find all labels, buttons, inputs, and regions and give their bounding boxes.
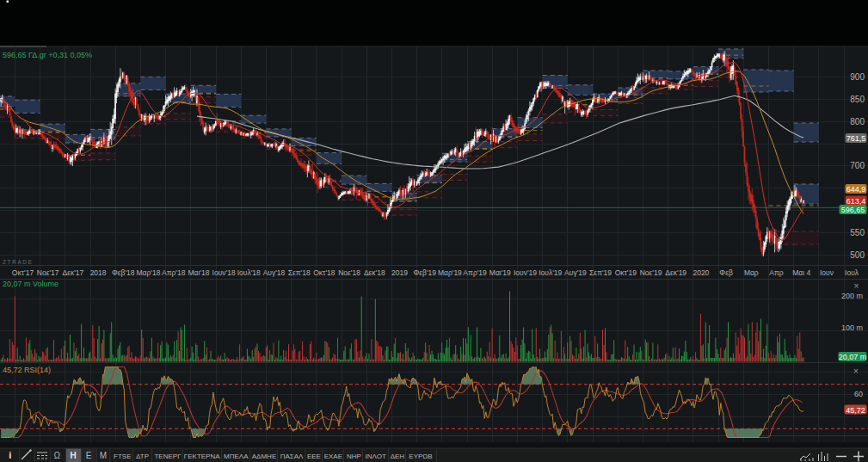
svg-text:Αυγ'18: Αυγ'18: [263, 268, 286, 277]
svg-text:ΕΕΕ: ΕΕΕ: [307, 453, 321, 460]
svg-text:Μαρ'18: Μαρ'18: [137, 268, 161, 277]
svg-text:596,65: 596,65: [841, 206, 865, 214]
svg-text:Οκτ'17: Οκτ'17: [12, 268, 34, 277]
svg-text:Μαρ'19: Μαρ'19: [438, 268, 462, 277]
svg-text:700: 700: [850, 161, 865, 170]
svg-text:45,72 RSI(14): 45,72 RSI(14): [3, 366, 51, 374]
svg-text:Μαι'19: Μαι'19: [489, 268, 511, 277]
svg-text:2019: 2019: [391, 268, 408, 277]
svg-text:200 m: 200 m: [841, 292, 863, 300]
svg-text:i: i: [9, 450, 11, 460]
svg-text:Αυγ'19: Αυγ'19: [564, 268, 587, 277]
svg-text:644,9: 644,9: [846, 185, 866, 194]
svg-text:Οκτ'19: Οκτ'19: [615, 268, 637, 277]
svg-text:Φεβ'19: Φεβ'19: [413, 268, 436, 277]
svg-text:×: ×: [854, 281, 859, 291]
svg-text:ΔΤΡ: ΔΤΡ: [136, 453, 149, 460]
svg-text:Νοε'17: Νοε'17: [37, 268, 59, 277]
svg-text:45,72: 45,72: [846, 406, 865, 415]
svg-text:900: 900: [850, 72, 865, 82]
svg-text:Μαι 4: Μαι 4: [792, 268, 810, 277]
svg-text:20,07 m Volume: 20,07 m Volume: [3, 280, 58, 288]
svg-text:Μαρ: Μαρ: [744, 268, 759, 277]
svg-text:Ιουν: Ιουν: [820, 268, 834, 277]
svg-text:Οκτ'18: Οκτ'18: [313, 268, 336, 277]
svg-text:Σεπ'18: Σεπ'18: [288, 268, 311, 277]
svg-text:500: 500: [850, 250, 865, 260]
svg-text:Απρ: Απρ: [769, 268, 784, 277]
svg-text:2018: 2018: [90, 268, 107, 277]
svg-text:Μ: Μ: [100, 451, 107, 460]
svg-text:Απρ'19: Απρ'19: [463, 268, 487, 277]
svg-text:Νοε'18: Νοε'18: [338, 268, 360, 277]
svg-text:Απρ'18: Απρ'18: [162, 268, 186, 277]
svg-text:ΓΕΚΤΕΡΝΑ: ΓΕΚΤΕΡΝΑ: [184, 453, 220, 460]
svg-text:Ιουλ: Ιουλ: [845, 268, 859, 277]
svg-text:ΕΥΡΩΒ: ΕΥΡΩΒ: [409, 453, 432, 460]
svg-text:761,5: 761,5: [846, 134, 866, 143]
svg-text:60: 60: [854, 390, 863, 398]
svg-text:100 m: 100 m: [841, 323, 863, 332]
svg-text:2020: 2020: [693, 268, 709, 277]
svg-text:ΙΝΛΟΤ: ΙΝΛΟΤ: [366, 453, 386, 460]
svg-text:Ω: Ω: [53, 451, 60, 460]
svg-text:20,07 m: 20,07 m: [839, 353, 867, 361]
svg-text:800: 800: [850, 117, 865, 126]
svg-text:613,4: 613,4: [846, 197, 866, 206]
svg-text:ΔΕΗ: ΔΕΗ: [391, 453, 405, 460]
svg-text:×: ×: [853, 367, 859, 376]
svg-text:Ιουν'19: Ιουν'19: [514, 268, 537, 277]
svg-text:Νοε'19: Νοε'19: [640, 268, 662, 277]
svg-text:Δεκ'17: Δεκ'17: [63, 268, 84, 277]
svg-text:ΜΠΕΛΑ: ΜΠΕΛΑ: [224, 453, 249, 460]
svg-text:Φεβ'18: Φεβ'18: [112, 268, 135, 277]
svg-text:Ιουλ'18: Ιουλ'18: [237, 268, 261, 277]
svg-text:850: 850: [850, 95, 865, 104]
svg-text:Σεπ'19: Σεπ'19: [589, 268, 612, 277]
svg-text:ΕΧΑΕ: ΕΧΑΕ: [324, 453, 342, 460]
svg-text:ΑΔΜΗΕ: ΑΔΜΗΕ: [252, 453, 276, 460]
svg-text:ZTRADE: ZTRADE: [3, 259, 33, 265]
svg-text:Φεβ: Φεβ: [719, 268, 733, 277]
svg-text:Δεκ'19: Δεκ'19: [665, 268, 686, 277]
svg-text:ΝΗΡ: ΝΗΡ: [347, 453, 361, 460]
svg-text:596,65 ΓΔ.gr +0,31 0,05%: 596,65 ΓΔ.gr +0,31 0,05%: [3, 51, 92, 59]
svg-text:Ιουν'18: Ιουν'18: [212, 268, 236, 277]
svg-text:Μαι'18: Μαι'18: [188, 268, 209, 277]
svg-text:Δεκ'18: Δεκ'18: [364, 268, 385, 277]
svg-text:ΤΕΝΕΡΓ: ΤΕΝΕΡΓ: [154, 453, 182, 460]
svg-text:FTSE: FTSE: [114, 453, 131, 460]
svg-text:Ιουλ'19: Ιουλ'19: [539, 268, 562, 277]
svg-text:Η: Η: [70, 451, 76, 460]
svg-text:Ε: Ε: [86, 451, 92, 460]
svg-text:ΠΑΣΑΛ: ΠΑΣΑΛ: [280, 453, 304, 460]
svg-text:550: 550: [850, 228, 865, 237]
